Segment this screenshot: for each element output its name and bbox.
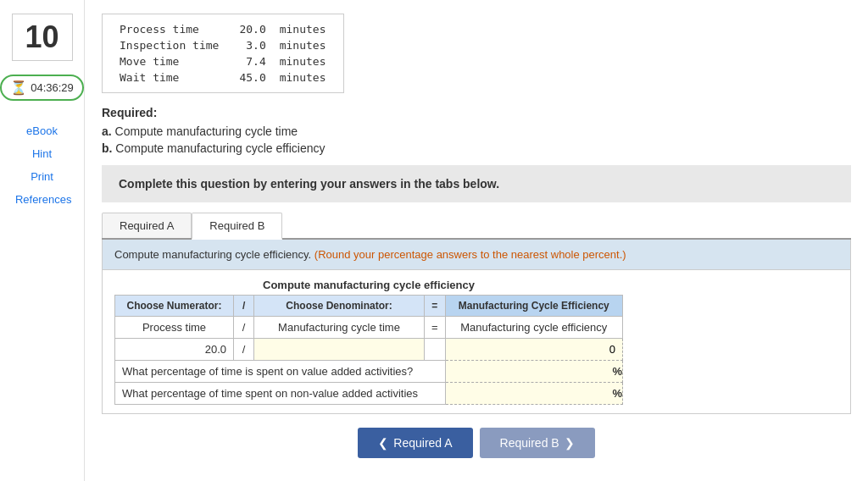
- sidebar-item-hint[interactable]: Hint: [8, 144, 75, 163]
- timer: ⏳ 04:36:29: [0, 75, 84, 101]
- info-label: Inspection time: [113, 37, 232, 53]
- equals-1: =: [424, 317, 445, 339]
- info-table-row: Inspection time 3.0 minutes: [113, 37, 333, 53]
- tabs-container: Required A Required B: [102, 213, 851, 240]
- sidebar-nav: eBook Hint Print References: [0, 121, 84, 209]
- complete-banner: Complete this question by entering your …: [102, 165, 851, 202]
- main-content: Process time 20.0 minutes Inspection tim…: [85, 0, 868, 481]
- pct-sign-2: %: [610, 387, 622, 400]
- bottom-nav: ❮ Required A Required B ❯: [102, 428, 851, 458]
- timer-icon: ⏳: [10, 80, 27, 96]
- question-number: 10: [12, 14, 73, 61]
- required-section: Required: a. Compute manufacturing cycle…: [102, 106, 851, 155]
- info-value: 45.0: [232, 69, 272, 86]
- prev-label: Required A: [393, 436, 452, 450]
- info-table-row: Move time 7.4 minutes: [113, 53, 333, 69]
- prev-icon: ❮: [378, 436, 388, 450]
- slash-1: /: [234, 317, 254, 339]
- info-value: 7.4: [232, 53, 272, 69]
- col-slash-header: /: [234, 296, 254, 317]
- tab-required-a[interactable]: Required A: [102, 213, 192, 238]
- col-numerator-header: Choose Numerator:: [115, 296, 234, 317]
- pct-input-2[interactable]: [446, 387, 611, 400]
- info-box: Process time 20.0 minutes Inspection tim…: [102, 14, 344, 93]
- equals-2: [424, 339, 445, 361]
- next-required-b-button[interactable]: Required B ❯: [480, 428, 595, 458]
- result-label: Manufacturing cycle efficiency: [445, 317, 622, 339]
- info-unit: minutes: [273, 37, 333, 53]
- pct-row-2: What percentage of time spent on non-val…: [115, 383, 623, 405]
- info-table-row: Process time 20.0 minutes: [113, 21, 333, 37]
- table-row-labels: Process time / Manufacturing cycle time …: [115, 317, 623, 339]
- sidebar-item-print[interactable]: Print: [8, 167, 75, 186]
- tab-content: Compute manufacturing cycle efficiency. …: [102, 240, 851, 414]
- info-table: Process time 20.0 minutes Inspection tim…: [113, 21, 333, 86]
- next-label: Required B: [500, 436, 559, 450]
- required-item: a. Compute manufacturing cycle time: [102, 124, 851, 138]
- data-table-wrapper: Compute manufacturing cycle efficiency C…: [103, 270, 850, 413]
- prev-required-a-button[interactable]: ❮ Required A: [358, 428, 472, 458]
- info-table-row: Wait time 45.0 minutes: [113, 69, 333, 86]
- sidebar: 10 ⏳ 04:36:29 eBook Hint Print Reference…: [0, 0, 85, 481]
- info-label: Wait time: [113, 69, 232, 86]
- denominator-input-cell[interactable]: [254, 339, 425, 361]
- next-icon: ❯: [565, 436, 575, 450]
- result-input[interactable]: [453, 343, 615, 356]
- sidebar-item-references[interactable]: References: [8, 190, 75, 209]
- info-unit: minutes: [273, 53, 333, 69]
- col-equals-header: =: [424, 296, 445, 317]
- info-label: Move time: [113, 53, 232, 69]
- info-value: 20.0: [232, 21, 272, 37]
- instruction-row: Compute manufacturing cycle efficiency. …: [103, 240, 850, 270]
- pct-cell-1[interactable]: %: [445, 361, 622, 383]
- tab-required-b[interactable]: Required B: [192, 213, 282, 240]
- result-input-cell[interactable]: [445, 339, 622, 361]
- table-caption: Compute manufacturing cycle efficiency: [114, 279, 623, 291]
- info-unit: minutes: [273, 21, 333, 37]
- info-value: 3.0: [232, 37, 272, 53]
- pct-sign-1: %: [610, 365, 622, 378]
- numerator-label: Process time: [115, 317, 234, 339]
- info-label: Process time: [113, 21, 232, 37]
- pct-label-2: What percentage of time spent on non-val…: [115, 383, 446, 405]
- denominator-label: Manufacturing cycle time: [254, 317, 425, 339]
- sidebar-item-ebook[interactable]: eBook: [8, 121, 75, 141]
- denominator-input[interactable]: [261, 343, 417, 356]
- table-row-values: 20.0 /: [115, 339, 623, 361]
- required-title: Required:: [102, 106, 851, 119]
- col-result-header: Manufacturing Cycle Efficiency: [445, 296, 622, 317]
- info-table-section: Process time 20.0 minutes Inspection tim…: [102, 14, 851, 96]
- efficiency-table: Compute manufacturing cycle efficiency C…: [114, 279, 623, 405]
- info-unit: minutes: [273, 69, 333, 86]
- col-denominator-header: Choose Denominator:: [254, 296, 425, 317]
- pct-label-1: What percentage of time is spent on valu…: [115, 361, 446, 383]
- pct-input-1[interactable]: [446, 365, 611, 378]
- slash-2: /: [234, 339, 254, 361]
- required-item: b. Compute manufacturing cycle efficienc…: [102, 141, 851, 155]
- pct-cell-2[interactable]: %: [445, 383, 622, 405]
- numerator-value: 20.0: [115, 339, 234, 361]
- pct-row-1: What percentage of time is spent on valu…: [115, 361, 623, 383]
